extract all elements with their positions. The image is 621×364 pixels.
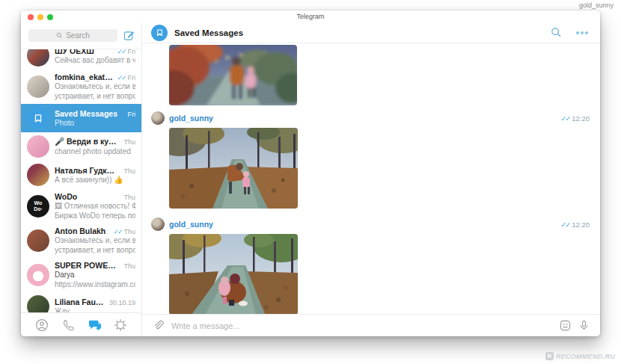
chat-preview: Сейчас вас добавят в чат) xyxy=(55,55,135,65)
contacts-icon xyxy=(35,318,49,332)
sender-name[interactable]: gold_sunny xyxy=(169,114,213,123)
chat-name: Anton Bulakh xyxy=(55,226,110,235)
avatar: WoDo· xyxy=(27,195,49,218)
tab-settings[interactable] xyxy=(113,318,128,333)
tab-calls[interactable] xyxy=(61,318,76,333)
account-label: gold_sunny xyxy=(579,1,614,9)
chat-preview: устраивает, и нет вопросов – я… xyxy=(55,91,135,101)
saved-messages-header-avatar xyxy=(151,25,168,41)
chat-name: WoDo xyxy=(55,192,118,201)
chat-preview: 🖼 Отличная новость! Фриланс xyxy=(55,201,135,211)
chat-header: Saved Messages xyxy=(142,22,600,43)
chat-name: SUPER POWER! АКТИВ! xyxy=(55,261,118,270)
chat-list-item-saved-messages[interactable]: Saved MessagesFri Photo xyxy=(21,104,141,132)
chat-list-item[interactable]: SUPER POWER! АКТИВ!Thu Darya https://www… xyxy=(21,258,141,292)
chat-preview: Ознакомьтесь и, если все xyxy=(55,235,135,245)
chat-name: Liliana Fauna xyxy=(55,297,104,306)
chat-time: Fri xyxy=(126,111,136,118)
chat-time: Thu xyxy=(121,138,135,146)
chat-preview: Darya xyxy=(55,270,135,280)
avatar xyxy=(27,295,49,312)
gear-icon xyxy=(114,318,127,332)
photo-message-image[interactable] xyxy=(169,234,298,314)
chat-list: ШУ ОЕХШ✓✓Fri Сейчас вас добавят в чат) f… xyxy=(21,49,141,312)
composer xyxy=(142,314,600,336)
message-time: ✓✓12:20 xyxy=(560,114,590,123)
bookmark-icon xyxy=(33,113,43,123)
message: gold_sunny ✓✓12:20 xyxy=(151,218,590,314)
chats-icon xyxy=(88,318,102,332)
telegram-window: Telegram Search ШУ ОЕХШ✓✓Fri Сейчас в xyxy=(21,10,600,336)
chat-time: ✓✓Fri xyxy=(117,49,135,55)
tab-contacts[interactable] xyxy=(34,318,49,333)
tab-chats[interactable] xyxy=(87,318,102,333)
search-icon xyxy=(56,32,63,39)
emoji-icon[interactable] xyxy=(560,320,571,331)
chat-preview: https://www.instagram.com/p/B4… xyxy=(55,280,135,289)
chat-name: Наталья Гудкова xyxy=(55,166,118,175)
chat-preview: Биржа WoDo теперь полностью… xyxy=(55,211,135,220)
avatar xyxy=(27,49,49,67)
avatar xyxy=(27,264,49,286)
avatar xyxy=(27,229,49,252)
chat-time: Thu xyxy=(121,167,135,175)
chat-preview: Photo xyxy=(55,118,135,128)
sender-name[interactable]: gold_sunny xyxy=(169,220,213,229)
chat-time: ✓✓Thu xyxy=(113,228,135,235)
search-input[interactable]: Search xyxy=(28,29,117,42)
chat-preview: устраивает, и нет вопросов – я… xyxy=(55,245,135,255)
window-title: Telegram xyxy=(21,13,600,20)
phone-icon xyxy=(61,318,75,332)
saved-messages-avatar xyxy=(27,107,49,129)
sender-avatar[interactable] xyxy=(151,111,165,125)
search-placeholder: Search xyxy=(66,31,90,40)
tabbar xyxy=(21,312,141,336)
chat-list-item[interactable]: WoDo· WoDoThu 🖼 Отличная новость! Фрилан… xyxy=(21,189,141,223)
attach-paperclip-icon[interactable] xyxy=(153,320,164,331)
chat-preview: channel photo updated xyxy=(55,146,135,156)
search-icon xyxy=(551,27,562,38)
more-options-button[interactable] xyxy=(576,31,588,34)
chat-list-item[interactable]: 🎤 Верди в курсе 🌐Thu channel photo updat… xyxy=(21,132,141,161)
chat-time: Thu xyxy=(121,262,135,270)
chat-name: 🎤 Верди в курсе 🌐 xyxy=(55,137,118,146)
watermark-badge-icon: R xyxy=(545,352,554,360)
chat-preview: Жду xyxy=(55,306,135,313)
chat-list-item[interactable]: Anton Bulakh✓✓Thu Ознакомьтесь и, если в… xyxy=(21,223,141,258)
avatar xyxy=(27,135,49,158)
chat-list-item[interactable]: fomkina_ekaterina✓✓Fri Ознакомьтесь и, е… xyxy=(21,70,141,104)
conversation-pane: Saved Messages xyxy=(142,22,600,336)
watermark: R RECOMMEND.RU xyxy=(545,352,615,360)
chat-preview: Ознакомьтесь и, если все xyxy=(55,81,135,91)
photo-message-image[interactable] xyxy=(169,128,298,209)
chat-time: ✓✓Fri xyxy=(117,74,135,81)
avatar xyxy=(27,164,49,186)
sender-avatar[interactable] xyxy=(151,218,165,231)
message-list: gold_sunny ✓✓12:20 xyxy=(142,43,600,314)
compose-icon[interactable] xyxy=(123,30,135,41)
chat-list-item[interactable]: ШУ ОЕХШ✓✓Fri Сейчас вас добавят в чат) xyxy=(21,49,141,70)
chat-list-item[interactable]: Наталья ГудковаThu А всё закинули)) 👍 xyxy=(21,161,141,189)
chat-list-item[interactable]: Liliana Fauna30.10.19 Жду xyxy=(21,292,141,312)
titlebar: Telegram xyxy=(21,10,600,22)
chat-name: Saved Messages xyxy=(55,109,123,118)
message-input[interactable] xyxy=(171,321,552,330)
message: gold_sunny ✓✓12:20 xyxy=(151,111,590,209)
avatar xyxy=(27,75,49,98)
bookmark-icon xyxy=(156,28,164,37)
chat-name: fomkina_ekaterina xyxy=(55,73,114,81)
watermark-text: RECOMMEND.RU xyxy=(556,353,615,360)
microphone-icon[interactable] xyxy=(578,320,590,331)
chat-time: Thu xyxy=(121,194,135,201)
chat-preview: А всё закинули)) 👍 xyxy=(55,175,135,185)
chat-name: ШУ ОЕХШ xyxy=(55,49,114,55)
chat-time: 30.10.19 xyxy=(107,299,135,306)
message-time: ✓✓12:20 xyxy=(560,220,590,229)
chat-title: Saved Messages xyxy=(174,28,544,37)
chat-search-button[interactable] xyxy=(551,27,562,38)
photo-message-image[interactable] xyxy=(169,45,297,105)
sidebar: Search ШУ ОЕХШ✓✓Fri Сейчас вас добавят в… xyxy=(21,22,142,336)
